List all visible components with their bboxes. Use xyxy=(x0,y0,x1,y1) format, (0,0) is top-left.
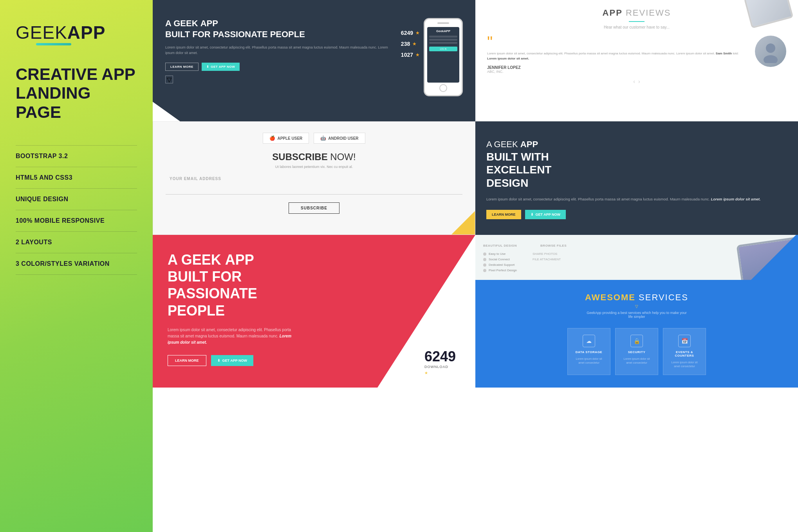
service-name-security: SECURITY xyxy=(628,350,645,354)
android-icon: 🤖 xyxy=(320,135,326,141)
stat-num-1: 6249 xyxy=(401,30,413,36)
excellent-title-a: A GEEK APP xyxy=(486,139,538,149)
service-card-security: 🔒 SECURITY Lorem ipsum dolor sit amet co… xyxy=(615,328,658,375)
file-attachment-label: FILE ATTACHMENT xyxy=(533,258,561,261)
feature-unique: UNIQUE DESIGN xyxy=(16,189,137,210)
reviewer-photo xyxy=(755,36,786,67)
feature-row-4: Pixel Perfect Design xyxy=(483,269,517,272)
reviews-divider xyxy=(629,21,645,22)
excellent-desc: Lorem ipsum dolor sit amet, consectetur … xyxy=(486,196,787,202)
red-hero-desc: Lorem ipsum dolor sit amet, consectetur … xyxy=(168,327,293,346)
phone-app-name: GeekAPP xyxy=(429,29,457,33)
red-learn-more-btn[interactable]: LEARN MORE xyxy=(168,355,206,366)
excellent-title: A GEEK APP BUILT WITHEXCELLENTDESIGN xyxy=(486,137,787,189)
logo-container: GEEKAPP xyxy=(16,23,137,45)
security-icon: 🔒 xyxy=(630,335,643,347)
hero-learn-more-btn[interactable]: LEARN MORE xyxy=(165,63,199,71)
panel-awesome-services: AWESOME SERVICES ▽ GeekApp providing a b… xyxy=(475,280,798,388)
apple-icon: 🍎 xyxy=(269,135,275,141)
android-user-tab[interactable]: 🤖 ANDROID USER xyxy=(314,133,365,144)
excellent-get-app-btn[interactable]: ⬇ GET APP NOW xyxy=(525,210,566,219)
browse-files-label: BROWSE FILES xyxy=(540,241,567,248)
events-icon: 📅 xyxy=(678,335,691,347)
headline: CREATIVE APP LANDING PAGE xyxy=(16,65,137,122)
star-download-icon: ★ xyxy=(424,371,428,375)
hero-text-side: A GEEK APP BUILT FOR PASSIONATE PEOPLE L… xyxy=(165,14,401,83)
download-icon-3: ⬇ xyxy=(217,359,220,362)
stat-item-3: 1027 ★ xyxy=(401,52,420,58)
stat-item-1: 6249 ★ xyxy=(401,30,420,36)
review-text-block: " Lorem ipsum dolor sit amet, consectetu… xyxy=(487,36,747,74)
subscribe-button[interactable]: SUBSCRIBE xyxy=(289,202,339,214)
quote-mark-icon: " xyxy=(487,36,747,48)
services-title-services: SERVICES xyxy=(639,292,688,302)
reviews-title-app: APP xyxy=(603,8,623,18)
logo: GEEKAPP xyxy=(16,23,137,41)
red-get-app-btn[interactable]: ⬇ GET APP NOW xyxy=(211,355,254,366)
red-hero-title-b: BUILT FORPASSIONATEPEOPLE xyxy=(168,269,257,318)
phone-screen-bar-1 xyxy=(429,36,457,38)
hero-dark-title: A GEEK APP BUILT FOR PASSIONATE PEOPLE xyxy=(165,18,393,40)
reviews-prev-arrow[interactable]: ‹ xyxy=(633,78,635,85)
red-hero-title: A GEEK APP BUILT FORPASSIONATEPEOPLE xyxy=(168,251,460,319)
reviews-subtitle: Hear what our customer have to say... xyxy=(603,25,671,29)
reviews-title-text: REVIEWS xyxy=(626,8,671,18)
phone-login-btn: LOG IN xyxy=(429,47,457,51)
email-input-wrapper xyxy=(166,185,462,195)
feature-html5: HTML5 AND CSS3 xyxy=(16,167,137,189)
svg-point-0 xyxy=(766,43,775,53)
panel-right-row3: BEAUTIFUL DESIGN BROWSE FILES Easy to Us… xyxy=(475,235,798,388)
stat-num-2: 238 xyxy=(401,41,410,47)
service-name-storage: DATA STORAGE xyxy=(576,350,602,354)
phone-screen-bar-2 xyxy=(429,39,457,41)
reviews-next-arrow[interactable]: › xyxy=(638,78,640,85)
red-btn-row: LEARN MORE ⬇ GET APP NOW xyxy=(168,355,460,366)
subscribe-title: SUBSCRIBE NOW! xyxy=(272,151,356,162)
feature-check-3 xyxy=(483,263,486,267)
excellent-btn-row: LEARN MORE ⬇ GET APP NOW xyxy=(486,210,787,219)
phone-screen-bar-3 xyxy=(429,42,457,44)
logo-underline xyxy=(36,43,71,45)
services-subtitle: GeekApp providing a best services which … xyxy=(586,311,688,319)
service-desc-security: Lorem ipsum dolor sit amet consectetur xyxy=(620,357,653,365)
feature-bootstrap: BOOTSTRAP 3.2 xyxy=(16,145,137,167)
feature-check-1 xyxy=(483,252,486,256)
reviews-nav-arrows: ‹ › xyxy=(633,78,640,85)
tablet-top-decoration xyxy=(743,0,790,31)
feature-layouts: 2 LAYOUTS xyxy=(16,232,137,253)
email-label: YOUR EMAIL ADDRESS xyxy=(166,177,221,181)
platform-tabs: 🍎 APPLE USER 🤖 ANDROID USER xyxy=(263,133,365,144)
reviewer-name: JENNIFER LOPEZ xyxy=(487,65,747,70)
services-title: AWESOME SERVICES xyxy=(585,292,688,303)
panel-excellent-design: A GEEK APP BUILT WITHEXCELLENTDESIGN Lor… xyxy=(475,121,798,235)
service-name-events: EVENTS & COUNTERS xyxy=(668,350,701,357)
logo-geek: GEEK xyxy=(16,22,67,43)
feature-text-4: Pixel Perfect Design xyxy=(489,269,517,272)
feature-row-1: Easy to Use xyxy=(483,252,517,256)
panel-reviews-top: APP REVIEWS Hear what our customer have … xyxy=(475,0,798,121)
phone-screen: GeekAPP LOG IN xyxy=(427,27,459,83)
excellent-learn-more-btn[interactable]: LEARN MORE xyxy=(486,210,521,219)
stat-num-3: 1027 xyxy=(401,52,413,58)
phone-home-button xyxy=(439,84,447,92)
phone-mockup: GeekAPP LOG IN xyxy=(424,18,463,96)
chevron-down-icon[interactable]: ▽ xyxy=(165,76,173,83)
main-grid: A GEEK APP BUILT FOR PASSIONATE PEOPLE L… xyxy=(153,0,798,532)
apple-user-tab[interactable]: 🍎 APPLE USER xyxy=(263,133,309,144)
panel-red-hero: A GEEK APP BUILT FORPASSIONATEPEOPLE Lor… xyxy=(153,235,475,388)
beautiful-design-label: BEAUTIFUL DESIGN xyxy=(483,241,517,248)
hero-get-app-btn[interactable]: ⬇ GET APP NOW xyxy=(202,63,240,71)
panel-hero-dark: A GEEK APP BUILT FOR PASSIONATE PEOPLE L… xyxy=(153,0,475,121)
download-icon: ⬇ xyxy=(206,65,209,69)
service-desc-storage: Lorem ipsum dolor sit amet consectetur xyxy=(572,357,605,365)
headline-text: CREATIVE APP LANDING PAGE xyxy=(16,65,137,122)
review-body: Lorem ipsum dolor sit amet, consectetur … xyxy=(487,51,747,61)
email-input[interactable] xyxy=(166,187,462,191)
reviews-title: APP REVIEWS xyxy=(603,8,671,18)
blue-corner-triangle xyxy=(751,235,798,280)
panel-features: BEAUTIFUL DESIGN BROWSE FILES Easy to Us… xyxy=(475,235,798,280)
star-icon-1: ★ xyxy=(415,30,420,36)
phone-speaker xyxy=(437,22,449,24)
stats-column: 6249 ★ 238 ★ 1027 ★ xyxy=(401,30,420,58)
feature-row-2: Social Connect xyxy=(483,258,517,261)
